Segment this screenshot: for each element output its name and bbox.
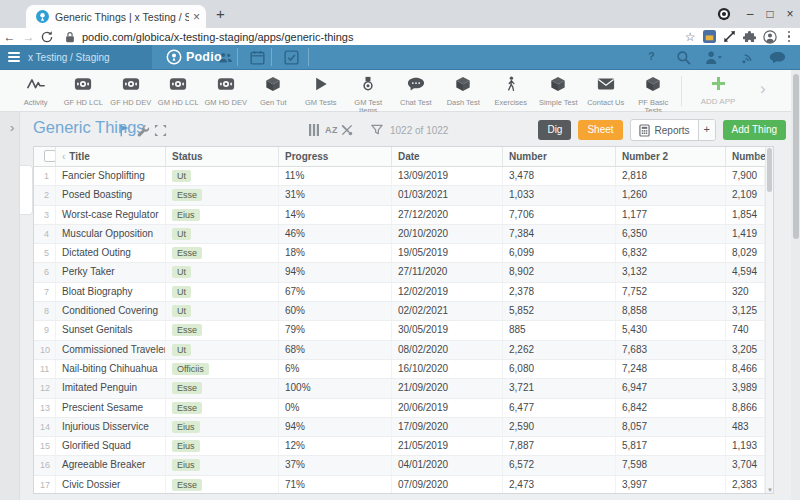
app-nav-item-exercises[interactable]: Exercises — [487, 70, 535, 115]
extension-icon[interactable] — [703, 30, 716, 43]
column-header-status[interactable]: Status — [166, 147, 279, 166]
reload-icon[interactable] — [40, 30, 54, 44]
app-nav-scroll-right-icon[interactable]: › — [760, 79, 766, 99]
browser-tab[interactable]: Generic Things | x Testing / Sta × — [26, 5, 206, 28]
status-badge: Officiis — [172, 363, 209, 375]
app-settings-wrench-icon[interactable] — [137, 124, 150, 137]
columns-icon[interactable] — [308, 124, 320, 136]
app-nav-item-simple-test[interactable]: Simple Test — [535, 70, 583, 115]
column-header-title[interactable]: ‹Title — [56, 147, 166, 166]
cell-number3: 1,419 — [726, 225, 765, 243]
new-tab-button[interactable]: + — [216, 5, 225, 22]
column-header-number[interactable]: Number — [503, 147, 616, 166]
page-scrollbar[interactable] — [791, 70, 800, 500]
table-scrollbar-thumb[interactable] — [767, 148, 772, 192]
cell-status: Eius — [166, 456, 279, 474]
table-row[interactable]: 3Worst-case RegulatorEius14%27/12/20207,… — [34, 206, 765, 225]
cell-title: Nail-biting Chihuahua — [56, 360, 166, 378]
table-row[interactable]: 16Agreeable BreakerEius37%04/01/20206,57… — [34, 456, 765, 475]
padlock-icon[interactable] — [64, 31, 76, 43]
notifications-icon[interactable] — [740, 50, 755, 65]
table-row[interactable]: 8Conditioned CoveringUt60%02/02/20215,85… — [34, 302, 765, 321]
browser-menu-icon[interactable] — [784, 31, 795, 43]
scroll-down-arrow-icon[interactable]: ▼ — [766, 487, 774, 493]
app-nav-item-gen-tut[interactable]: Gen Tut — [250, 70, 298, 115]
select-all-checkbox[interactable] — [44, 150, 56, 162]
table-row[interactable]: 9Sunset GenitalsEsse79%30/05/20198855,43… — [34, 321, 765, 340]
app-nav-item-gm-test-items[interactable]: GM Test Items — [345, 70, 393, 115]
app-nav-item-dash-test[interactable]: Dash Test — [440, 70, 488, 115]
window-minimize-button[interactable]: – — [740, 7, 760, 21]
cell-date: 20/10/2020 — [392, 225, 503, 243]
contacts-icon[interactable] — [218, 50, 233, 65]
table-row[interactable]: 5Dictated OutingEsse18%19/05/20196,0996,… — [34, 244, 765, 263]
sort-az-button[interactable]: AZ — [325, 125, 338, 135]
app-nav-label: GF HD LCL — [60, 99, 108, 107]
table-scrollbar[interactable]: ▼ — [765, 147, 773, 493]
tasks-icon[interactable] — [284, 50, 299, 65]
calendar-icon[interactable] — [250, 50, 265, 65]
table-row[interactable]: 2Posed BoastingEsse31%01/03/20211,0331,2… — [34, 186, 765, 205]
columns-scroll-right-icon[interactable]: › — [757, 150, 761, 164]
search-icon[interactable] — [676, 50, 691, 65]
table-row[interactable]: 1Fancier ShopliftingUt11%13/09/20193,478… — [34, 167, 765, 186]
expand-panel-icon[interactable]: › — [10, 120, 14, 135]
app-nav-item-activity[interactable]: Activity — [12, 70, 60, 115]
app-nav-label: Chat Test — [392, 99, 440, 107]
tab-close-icon[interactable]: × — [193, 10, 200, 24]
table-row[interactable]: 11Nail-biting ChihuahuaOfficiis6%16/10/2… — [34, 360, 765, 379]
column-header-date[interactable]: Date — [392, 147, 503, 166]
app-nav-item-gm-hd-lcl[interactable]: GM HD LCL — [155, 70, 203, 115]
help-icon[interactable]: ? — [648, 50, 655, 62]
flag-icon[interactable] — [118, 124, 131, 137]
menu-icon[interactable] — [8, 52, 20, 62]
app-nav-item-gm-tests[interactable]: GM Tests — [297, 70, 345, 115]
cell-date: 21/05/2019 — [392, 437, 503, 455]
customize-tools-icon[interactable] — [341, 124, 353, 136]
left-panel-handle[interactable] — [20, 165, 33, 215]
app-nav-item-gf-hd-lcl[interactable]: GF HD LCL — [60, 70, 108, 115]
fullscreen-arrows-icon[interactable] — [723, 30, 736, 43]
add-app-button[interactable]: ADD APP — [686, 70, 750, 106]
browser-profile-avatar[interactable] — [763, 30, 777, 44]
table-row[interactable]: 10Commissioned TravelerUt68%08/02/20202,… — [34, 341, 765, 360]
app-nav-item-contact-us[interactable]: Contact Us — [582, 70, 630, 115]
table-row[interactable]: 13Prescient SesameEsse0%20/06/20196,4776… — [34, 399, 765, 418]
table-row[interactable]: 7Bloat BiographyUt67%12/02/20192,3787,75… — [34, 283, 765, 302]
column-header-number2[interactable]: Number 2 — [616, 147, 726, 166]
record-indicator-icon[interactable] — [717, 7, 731, 21]
app-nav-item-gf-hd-dev[interactable]: GF HD DEV — [107, 70, 155, 115]
table-row[interactable]: 15Glorified SquadEius12%21/05/20197,8875… — [34, 437, 765, 456]
back-button[interactable]: ← — [0, 30, 19, 44]
cell-progress: 12% — [279, 437, 392, 455]
sheet-button[interactable]: Sheet — [578, 120, 622, 140]
cell-progress: 60% — [279, 302, 392, 320]
window-maximize-button[interactable]: □ — [760, 7, 780, 21]
filter-funnel-icon[interactable] — [371, 124, 383, 136]
reports-button[interactable]: Reports — [631, 120, 698, 140]
reports-add-button[interactable]: + — [698, 120, 715, 140]
bookmark-star-icon[interactable]: ☆ — [685, 30, 696, 44]
expand-view-icon[interactable] — [154, 124, 167, 137]
table-row[interactable]: 14Injurious DisserviceEius94%17/09/20202… — [34, 418, 765, 437]
cell-status: Ut — [166, 302, 279, 320]
extensions-puzzle-icon[interactable] — [743, 30, 756, 43]
account-menu-icon[interactable] — [704, 50, 723, 65]
column-header-progress[interactable]: Progress — [279, 147, 392, 166]
app-nav-item-chat-test[interactable]: Chat Test — [392, 70, 440, 115]
table-row[interactable]: 6Perky TakerUt94%27/11/20208,9023,1324,5… — [34, 263, 765, 282]
table-row[interactable]: 17Civic DossierEsse71%07/09/20202,4733,9… — [34, 476, 765, 493]
app-nav-item-pf-basic-tests[interactable]: PF Basic Tests — [630, 70, 678, 115]
app-nav-item-gm-hd-dev[interactable]: GM HD DEV — [202, 70, 250, 115]
chat-icon[interactable] — [768, 50, 786, 65]
dig-button[interactable]: Dig — [538, 120, 571, 140]
page-scrollbar-thumb[interactable] — [793, 74, 799, 239]
workspace-switcher[interactable]: x Testing / Staging — [0, 45, 152, 69]
podio-logo[interactable]: Podio — [166, 45, 222, 69]
url-text[interactable]: podio.com/globica/x-testing-staging/apps… — [82, 31, 685, 43]
table-row[interactable]: 4Muscular OppositionUt46%20/10/20207,384… — [34, 225, 765, 244]
window-close-button[interactable]: × — [780, 7, 800, 21]
forward-button[interactable]: → — [19, 30, 38, 44]
table-row[interactable]: 12Imitated PenguinEsse100%21/09/20203,72… — [34, 379, 765, 398]
add-thing-button[interactable]: Add Thing — [723, 120, 786, 140]
